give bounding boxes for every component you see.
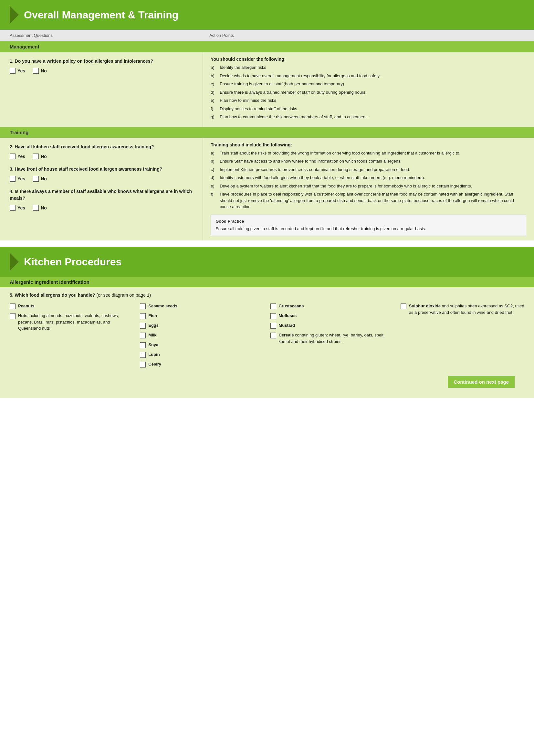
question-1-action-list: a)Identify the allergen risks b)Decide w…	[211, 64, 526, 120]
allergen-nuts: Nuts including almonds, hazelnuts, walnu…	[10, 312, 134, 332]
question-3-no-checkbox[interactable]	[33, 176, 39, 182]
allergen-col-1: Peanuts Nuts including almonds, hazelnut…	[10, 303, 134, 367]
bullet: g)	[211, 114, 217, 120]
allergen-milk: Milk	[140, 332, 264, 338]
question-1-yes-text: Yes	[17, 68, 25, 73]
cereals-checkbox[interactable]	[270, 333, 276, 338]
peanuts-text: Peanuts	[18, 303, 35, 309]
celery-checkbox[interactable]	[140, 362, 146, 367]
nuts-checkbox[interactable]	[10, 313, 15, 319]
question-5-suffix: (or see diagram on page 1)	[96, 292, 151, 298]
list-item-text: Plan how to minimise the risks	[220, 97, 276, 104]
question-1-action: You should consider the following: a)Ide…	[203, 52, 534, 127]
question-1-yes-checkbox[interactable]	[10, 68, 15, 74]
sulphur-text: Sulphur dioxide and sulphites often expr…	[409, 303, 524, 315]
bullet: e)	[211, 183, 217, 189]
bullet: f)	[211, 106, 217, 112]
question-4-no-label[interactable]: No	[33, 205, 47, 211]
management-category-label: Management	[10, 44, 39, 49]
question-2-yes-text: Yes	[17, 154, 25, 159]
bullet: f)	[211, 191, 217, 210]
question-1-yes-label[interactable]: Yes	[10, 68, 25, 74]
question-3-yes-label[interactable]: Yes	[10, 176, 25, 182]
list-item: a)Train staff about the risks of providi…	[211, 150, 526, 156]
question-4-yes-text: Yes	[17, 205, 25, 210]
bullet: c)	[211, 167, 217, 173]
list-item: a)Identify the allergen risks	[211, 64, 526, 71]
lupin-checkbox[interactable]	[140, 352, 146, 358]
list-item: e)Develop a system for waiters to alert …	[211, 183, 526, 189]
question-5-text: 5. Which food allergens do you handle? (…	[10, 292, 524, 298]
management-category-row: Management	[0, 41, 534, 52]
question-4-no-checkbox[interactable]	[33, 205, 39, 211]
list-item-text: Identify customers with food allergies w…	[220, 175, 425, 181]
allergen-celery: Celery	[140, 361, 264, 367]
list-item: f)Have procedures in place to deal respo…	[211, 191, 526, 210]
allergen-sulphur: Sulphur dioxide and sulphites often expr…	[400, 303, 524, 315]
soya-text: Soya	[148, 342, 158, 348]
mustard-checkbox[interactable]	[270, 323, 276, 329]
lupin-text: Lupin	[148, 351, 160, 358]
milk-checkbox[interactable]	[140, 333, 146, 338]
question-3-no-label[interactable]: No	[33, 176, 47, 182]
question-4-yes-label[interactable]: Yes	[10, 205, 25, 211]
good-practice-text: Ensure all training given to staff is re…	[216, 226, 521, 232]
question-3-text: 3. Have front of house staff received fo…	[10, 166, 193, 173]
question-3-block: 3. Have front of house staff received fo…	[10, 166, 193, 182]
allergen-col-3: Crustaceans Molluscs Mustard Cereals con…	[270, 303, 394, 367]
crustaceans-checkbox[interactable]	[270, 304, 276, 309]
list-item: e)Plan how to minimise the risks	[211, 97, 526, 104]
question-2-text: 2. Have all kitchen staff received food …	[10, 144, 193, 150]
allergen-sesame: Sesame seeds	[140, 303, 264, 309]
list-item-text: Identify the allergen risks	[220, 64, 266, 71]
bullet: b)	[211, 158, 217, 165]
question-4-body: Is there always a member of staff availa…	[10, 189, 192, 201]
question-3-no-text: No	[41, 176, 47, 181]
eggs-checkbox[interactable]	[140, 323, 146, 329]
nuts-text: Nuts including almonds, hazelnuts, walnu…	[18, 312, 134, 332]
sulphur-checkbox[interactable]	[400, 304, 406, 309]
question-3-yes-checkbox[interactable]	[10, 176, 15, 182]
allergen-cereals: Cereals containing gluten: wheat, rye, b…	[270, 332, 394, 344]
training-action-heading: Training should include the following:	[211, 142, 526, 148]
sesame-text: Sesame seeds	[148, 303, 177, 309]
question-1-no-checkbox[interactable]	[33, 68, 39, 74]
continued-row: Continued on next page	[10, 373, 524, 393]
list-item: b)Decide who is to have overall manageme…	[211, 73, 526, 79]
question-4-yes-checkbox[interactable]	[10, 205, 15, 211]
molluscs-checkbox[interactable]	[270, 313, 276, 319]
question-2-no-label[interactable]: No	[33, 153, 47, 159]
question-1-no-label[interactable]: No	[33, 68, 47, 74]
bullet: a)	[211, 150, 217, 156]
question-1-no-text: No	[41, 68, 47, 73]
question-2-yes-checkbox[interactable]	[10, 153, 15, 159]
question-2-yes-label[interactable]: Yes	[10, 153, 25, 159]
list-item: b)Ensure Staff have access to and know w…	[211, 158, 526, 165]
question-1-number: 1.	[10, 59, 13, 64]
list-item: d)Ensure there is always a trained membe…	[211, 89, 526, 96]
peanuts-checkbox[interactable]	[10, 304, 15, 309]
col-question-header: Assessment Questions	[0, 30, 203, 41]
list-item-text: Implement Kitchen procedures to prevent …	[220, 167, 410, 173]
question-1-action-heading: You should consider the following:	[211, 57, 526, 62]
question-3-number: 3.	[10, 167, 13, 172]
question-4-text: 4. Is there always a member of staff ava…	[10, 188, 193, 202]
question-5-number: 5.	[10, 292, 13, 298]
col-action-header: Action Points	[203, 30, 534, 41]
soya-checkbox[interactable]	[140, 342, 146, 348]
list-item-text: Decide who is to have overall management…	[220, 73, 381, 79]
good-practice-box: Good Practice Ensure all training given …	[211, 215, 526, 236]
molluscs-text: Molluscs	[279, 312, 297, 319]
bullet: e)	[211, 97, 217, 104]
list-item-text: Train staff about the risks of providing…	[220, 150, 460, 156]
section2-title: Kitchen Procedures	[24, 256, 121, 268]
question-1-col: 1. Do you have a written policy on food …	[0, 52, 203, 127]
list-item-text: Plan how to communicate the risk between…	[220, 114, 368, 120]
question-3-yes-text: Yes	[17, 176, 25, 181]
training-content-row: 2. Have all kitchen staff received food …	[0, 138, 534, 241]
fish-checkbox[interactable]	[140, 313, 146, 319]
sesame-checkbox[interactable]	[140, 304, 146, 309]
continued-banner: Continued on next page	[448, 376, 515, 388]
question-4-block: 4. Is there always a member of staff ava…	[10, 188, 193, 211]
question-2-no-checkbox[interactable]	[33, 153, 39, 159]
